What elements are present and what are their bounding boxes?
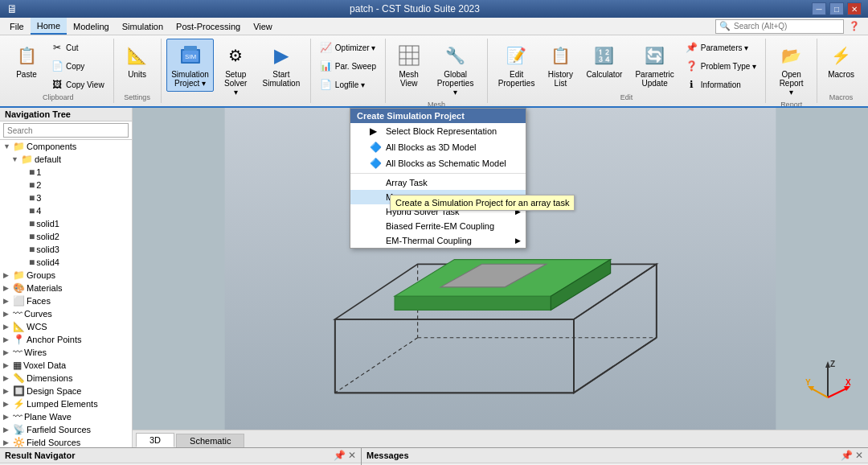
tree-item-design-space[interactable]: ▶ 🔲 Design Space [0, 385, 132, 397]
messages-title: Messages [366, 451, 409, 460]
tree-item-solid2[interactable]: ■ solid2 [0, 230, 132, 243]
ribbon-group-clipboard: 📋 Paste ✂ Cut 📄 Copy 🖼 Copy View Clipboa… [3, 39, 114, 103]
search-input[interactable] [734, 22, 830, 31]
tree-item-lumped-elements[interactable]: ▶ ⚡ Lumped Elements [0, 397, 132, 410]
macros-label: Macros [828, 70, 854, 79]
history-list-icon: 📋 [547, 43, 573, 68]
edit-properties-button[interactable]: 📝 Edit Properties [493, 39, 541, 92]
logfile-button[interactable]: 📄 Logfile ▾ [316, 76, 380, 93]
axis-svg: Z X Y [804, 357, 852, 405]
global-properties-button[interactable]: 🔧 Global Properties ▾ [428, 39, 481, 101]
settings-label: Settings [124, 93, 150, 103]
tree-item-solid4[interactable]: ■ solid4 [0, 256, 132, 269]
menu-home[interactable]: Home [31, 18, 67, 35]
tree-item-materials[interactable]: ▶ 🎨 Materials [0, 282, 132, 294]
tree-item-faces[interactable]: ▶ ⬜ Faces [0, 294, 132, 307]
history-list-button[interactable]: 📋 History List [542, 39, 579, 92]
menu-simulation[interactable]: Simulation [116, 18, 170, 35]
units-icon: 📐 [125, 43, 150, 68]
global-properties-label: Global Properties ▾ [434, 70, 476, 97]
problem-type-button[interactable]: ❓ Problem Type ▾ [682, 57, 760, 75]
tree-item-2[interactable]: ■ 2 [0, 179, 132, 191]
toggle-default[interactable]: ▼ [11, 155, 19, 163]
dropdown-menu: Create Simulation Project ▶ Select Block… [350, 108, 526, 249]
ribbon-group-report: 📂 Open Report ▾ Report [766, 39, 817, 103]
result-navigator-pin[interactable]: 📌 [334, 450, 346, 461]
cut-button[interactable]: ✂ Cut [47, 39, 108, 56]
paste-button[interactable]: 📋 Paste [8, 39, 45, 83]
start-simulation-icon: ▶ [268, 43, 294, 68]
svg-line-31 [810, 388, 828, 397]
ribbon: 📋 Paste ✂ Cut 📄 Copy 🖼 Copy View Clipboa… [0, 35, 868, 108]
tab-3d[interactable]: 3D [136, 433, 174, 447]
copy-view-button[interactable]: 🖼 Copy View [47, 76, 108, 93]
toggle-components[interactable]: ▼ [3, 142, 11, 150]
select-block-icon: ▶ [370, 126, 383, 137]
parametric-update-button[interactable]: 🔄 Parametric Update [629, 39, 679, 92]
messages-pin[interactable]: 📌 [841, 450, 853, 461]
result-navigator-title: Result Navigator [5, 451, 75, 460]
menu-modeling[interactable]: Modeling [67, 18, 116, 35]
tree-item-farfield-sources[interactable]: ▶ 📡 Farfield Sources [0, 423, 132, 436]
mesh-view-label: Mesh View [399, 70, 418, 88]
simulation-project-button[interactable]: SIM Simulation Project ▾ [166, 39, 215, 92]
tree-item-wcs[interactable]: ▶ 📐 WCS [0, 320, 132, 333]
menu-file[interactable]: File [3, 18, 31, 35]
start-simulation-label: Start Simulation [263, 70, 301, 88]
maximize-button[interactable]: □ [829, 2, 844, 15]
information-button[interactable]: ℹ Information [682, 76, 760, 93]
dropdown-select-block[interactable]: ▶ Select Block Representation [350, 123, 526, 139]
result-navigator-close[interactable]: ✕ [348, 450, 356, 461]
dropdown-blocks-3d[interactable]: 🔷 All Blocks as 3D Model [350, 139, 526, 155]
tree-item-default[interactable]: ▼ 📁 default [0, 153, 132, 166]
optimizer-button[interactable]: 📈 Optimizer ▾ [316, 39, 380, 56]
mesh-view-icon [396, 43, 422, 68]
setup-solver-button[interactable]: ⚙ Setup Solver ▾ [215, 39, 255, 101]
window-controls[interactable]: ─ □ ✕ [812, 2, 862, 15]
tree-item-wires[interactable]: ▶ 〰 Wires [0, 346, 132, 359]
tree-item-curves[interactable]: ▶ 〰 Curves [0, 307, 132, 320]
menu-view[interactable]: View [247, 18, 279, 35]
close-button[interactable]: ✕ [847, 2, 862, 15]
tree-item-plane-wave[interactable]: ▶ 〰 Plane Wave [0, 410, 132, 423]
result-navigator-panel: Result Navigator 📌 ✕ ▼ + ℹ ≡ 3D Run ID ▶… [0, 448, 362, 465]
dropdown-blocks-schematic[interactable]: 🔷 All Blocks as Schematic Model [350, 155, 526, 171]
help-icon[interactable]: ❓ [844, 21, 865, 31]
tree-item-dimensions[interactable]: ▶ 📏 Dimensions [0, 372, 132, 385]
menu-postprocessing[interactable]: Post-Processing [170, 18, 247, 35]
calculator-button[interactable]: 🔢 Calculator [580, 39, 628, 83]
tree-item-3[interactable]: ■ 3 [0, 191, 132, 204]
messages-close[interactable]: ✕ [855, 450, 863, 461]
dropdown-biased-ferrite[interactable]: Biased Ferrite-EM Coupling [350, 219, 526, 233]
units-button[interactable]: 📐 Units [119, 39, 156, 83]
copy-button[interactable]: 📄 Copy [47, 57, 108, 75]
tree-item-components[interactable]: ▼ 📁 Components [0, 140, 132, 153]
start-simulation-button[interactable]: ▶ Start Simulation [257, 39, 305, 92]
mesh-view-button[interactable]: Mesh View [391, 39, 427, 92]
edit-label: Edit [620, 93, 633, 103]
nav-search-input[interactable] [3, 123, 129, 138]
minimize-button[interactable]: ─ [812, 2, 826, 15]
mesh-label: Mesh [428, 101, 445, 108]
dropdown-em-thermal[interactable]: EM-Thermal Coupling [350, 233, 526, 248]
global-properties-icon: 🔧 [443, 43, 469, 68]
tree-item-1[interactable]: ■ 1 [0, 166, 132, 179]
result-navigator-controls: 📌 ✕ [334, 450, 356, 461]
tree-item-solid3[interactable]: ■ solid3 [0, 243, 132, 256]
tree-item-solid1[interactable]: ■ solid1 [0, 217, 132, 230]
tooltip: Create a Simulation Project for an array… [390, 195, 575, 211]
ribbon-group-optimizer: 📈 Optimizer ▾ 📊 Par. Sweep 📄 Logfile ▾ [311, 39, 386, 103]
parameters-button[interactable]: 📌 Parameters ▾ [682, 39, 760, 56]
macros-button[interactable]: ⚡ Macros [822, 39, 860, 83]
nav-search-area [0, 121, 132, 140]
dropdown-array-task[interactable]: Array Task [350, 175, 526, 190]
tree-item-voxel-data[interactable]: ▶ ▦ Voxel Data [0, 359, 132, 372]
edit-properties-icon: 📝 [504, 43, 530, 68]
tree-item-field-sources[interactable]: ▶ 🔆 Field Sources [0, 436, 132, 447]
tree-item-groups[interactable]: ▶ 📁 Groups [0, 269, 132, 282]
tab-schematic[interactable]: Schematic [176, 434, 244, 447]
tree-item-anchor-points[interactable]: ▶ 📍 Anchor Points [0, 333, 132, 346]
tree-item-4[interactable]: ■ 4 [0, 204, 132, 217]
open-report-button[interactable]: 📂 Open Report ▾ [771, 39, 812, 101]
par-sweep-button[interactable]: 📊 Par. Sweep [316, 57, 380, 75]
